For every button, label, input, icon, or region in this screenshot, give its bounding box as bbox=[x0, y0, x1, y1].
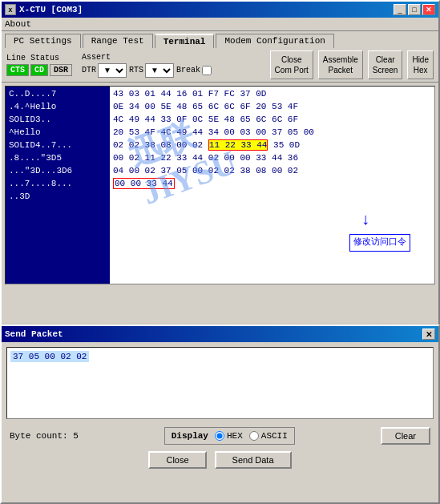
list-item: .4.^Hello bbox=[9, 101, 107, 114]
title-bar: X X-CTU [COM3] _ □ ✕ bbox=[2, 2, 438, 18]
dialog-footer: Byte count: 5 Display HEX ASCII Clear bbox=[2, 424, 438, 448]
toolbar: Line Status CTS CD DSR Assert DTR ▼ RTS bbox=[2, 48, 438, 83]
list-item: ...7....8... bbox=[9, 178, 107, 191]
send-packet-dialog: Send Packet ✕ 37 05 00 02 02 Byte count:… bbox=[0, 325, 440, 504]
list-item: C..D....7 bbox=[9, 88, 107, 101]
dtr-label[interactable]: DTR ▼ bbox=[82, 63, 127, 78]
cts-badge: CTS bbox=[6, 64, 29, 76]
dsr-badge: DSR bbox=[50, 64, 72, 76]
assert-label: Assert bbox=[82, 53, 111, 62]
list-item: 20 53 4F 4C 49 44 34 00 03 00 37 05 00 bbox=[113, 127, 431, 139]
list-item: ^Hello bbox=[9, 127, 107, 139]
break-checkbox[interactable] bbox=[202, 66, 212, 75]
rts-select[interactable]: ▼ bbox=[145, 63, 174, 78]
cd-badge: CD bbox=[30, 64, 48, 76]
display-label: Display bbox=[172, 431, 208, 441]
close-com-port-button[interactable]: CloseCom Port bbox=[270, 50, 313, 79]
line-status-label: Line Status bbox=[6, 54, 59, 62]
close-window-button[interactable]: ✕ bbox=[422, 4, 435, 15]
list-item: SOLID3.. bbox=[9, 114, 107, 127]
packet-value: 37 05 00 02 02 bbox=[10, 351, 89, 362]
list-item: ..3D bbox=[9, 191, 107, 204]
list-item: 00 00 33 44 bbox=[113, 178, 431, 191]
tab-modem-configuration[interactable]: Modem Configuration bbox=[216, 34, 333, 48]
packet-input-area[interactable]: 37 05 00 02 02 bbox=[6, 347, 434, 419]
annotation-text: 修改访问口令 bbox=[349, 234, 410, 252]
title-buttons: _ □ ✕ bbox=[394, 4, 435, 15]
ascii-radio-label[interactable]: ASCII bbox=[249, 431, 288, 441]
ascii-radio[interactable] bbox=[249, 431, 259, 441]
list-item: SOLID4..7... bbox=[9, 139, 107, 152]
list-item: 4C 49 44 33 0F 0C 5E 48 65 6C 6C 6F bbox=[113, 114, 431, 127]
terminal-left-panel: C..D....7 .4.^Hello SOLID3.. ^Hello SOLI… bbox=[6, 87, 110, 284]
list-item: 00 02 11 22 33 44 02 00 00 33 44 36 bbox=[113, 152, 431, 165]
menu-bar: About bbox=[2, 18, 438, 31]
close-button[interactable]: Close bbox=[148, 451, 206, 469]
dtr-select[interactable]: ▼ bbox=[98, 63, 127, 78]
minimize-button[interactable]: _ bbox=[394, 4, 406, 15]
dialog-buttons: Close Send Data bbox=[2, 448, 438, 472]
main-window: X X-CTU [COM3] _ □ ✕ About PC Settings R… bbox=[0, 0, 440, 333]
annotation-arrow: ↓ bbox=[361, 208, 370, 232]
title-bar-left: X X-CTU [COM3] bbox=[5, 4, 83, 15]
list-item: 04 00 02 37 05 00 02 02 38 08 00 02 bbox=[113, 165, 431, 178]
byte-count: Byte count: 5 bbox=[10, 431, 79, 441]
list-item: 02 02 38 08 00 02 11 22 33 44 35 0D bbox=[113, 139, 431, 152]
app-icon: X bbox=[5, 4, 16, 15]
list-item: 43 03 01 44 16 01 F7 FC 37 0D bbox=[113, 88, 431, 101]
list-item: .8...."3D5 bbox=[9, 152, 107, 165]
tabs-bar: PC Settings Range Test Terminal Modem Co… bbox=[2, 31, 438, 48]
terminal-area: C..D....7 .4.^Hello SOLID3.. ^Hello SOLI… bbox=[5, 86, 435, 284]
clear-button-right[interactable]: Clear bbox=[381, 427, 430, 445]
send-data-button[interactable]: Send Data bbox=[215, 451, 292, 469]
hex-radio-label[interactable]: HEX bbox=[215, 431, 243, 441]
menu-about[interactable]: About bbox=[5, 19, 31, 29]
break-label[interactable]: Break bbox=[176, 66, 212, 75]
assemble-packet-button[interactable]: AssemblePacket bbox=[318, 50, 363, 79]
list-item: 0E 34 00 5E 48 65 6C 6C 6F 20 53 4F bbox=[113, 101, 431, 114]
clear-screen-button[interactable]: ClearScreen bbox=[368, 50, 403, 79]
terminal-right-panel[interactable]: 43 03 01 44 16 01 F7 FC 37 0D 0E 34 00 5… bbox=[110, 87, 434, 284]
maximize-button[interactable]: □ bbox=[408, 4, 421, 15]
rts-label[interactable]: RTS ▼ bbox=[129, 63, 174, 78]
tab-terminal[interactable]: Terminal bbox=[155, 34, 215, 48]
assert-group: DTR ▼ RTS ▼ Break bbox=[82, 63, 212, 78]
window-title: X-CTU [COM3] bbox=[19, 5, 83, 14]
dialog-close-button[interactable]: ✕ bbox=[422, 329, 435, 340]
tab-range-test[interactable]: Range Test bbox=[83, 34, 153, 48]
display-group: Display HEX ASCII bbox=[164, 427, 295, 445]
hide-hex-button[interactable]: HideHex bbox=[407, 50, 434, 79]
dialog-title-bar: Send Packet ✕ bbox=[2, 326, 438, 342]
list-item: ..."3D...3D6 bbox=[9, 165, 107, 178]
hex-radio[interactable] bbox=[215, 431, 224, 441]
dialog-title-text: Send Packet bbox=[5, 329, 63, 339]
tab-pc-settings[interactable]: PC Settings bbox=[5, 34, 81, 48]
